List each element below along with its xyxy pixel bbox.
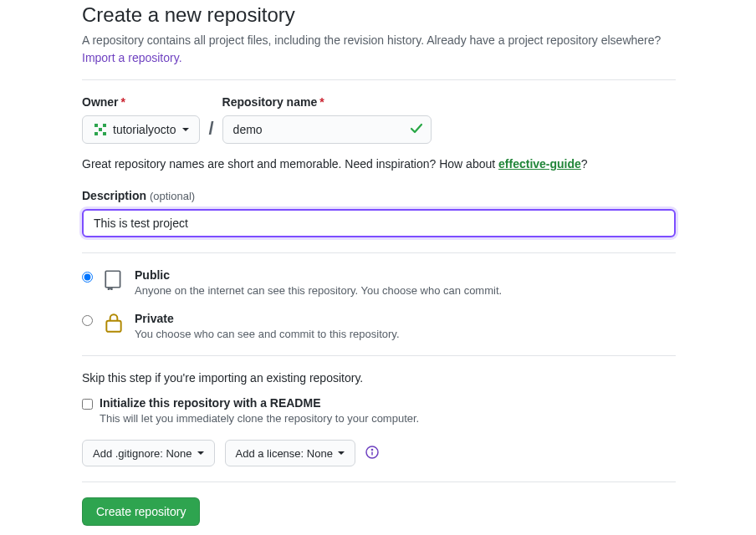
license-select-button[interactable]: Add a license: None [225,440,355,466]
readme-checkbox[interactable] [82,399,93,410]
repo-name-label: Repository name* [222,95,432,109]
caret-down-icon [197,451,204,455]
description-input[interactable] [82,209,676,237]
check-icon [410,122,423,138]
suggested-name-link[interactable]: effective-guide [498,157,581,171]
private-subtitle: You choose who can see and commit to thi… [135,328,400,340]
private-title: Private [135,312,400,325]
readme-subtitle: This will let you immediately clone the … [100,412,676,425]
owner-select-button[interactable]: tutorialyocto [82,115,200,144]
caret-down-icon [338,451,345,455]
skip-note: Skip this step if you're importing an ex… [82,371,676,385]
svg-rect-3 [94,132,98,135]
svg-rect-4 [103,132,106,135]
svg-rect-6 [106,321,120,332]
owner-label: Owner* [82,95,200,109]
page-title: Create a new repository [82,3,676,27]
owner-avatar-icon [93,122,108,137]
svg-rect-1 [103,124,106,127]
repo-name-input[interactable] [222,115,432,144]
name-hint-suffix: ? [581,157,588,171]
public-radio[interactable] [82,272,93,283]
path-separator: / [208,118,213,144]
svg-rect-0 [94,124,98,127]
divider [82,355,676,356]
divider [82,252,676,253]
import-repository-link[interactable]: Import a repository. [82,51,182,64]
description-label: Description (optional) [82,189,195,202]
private-radio[interactable] [82,315,93,326]
lock-icon [103,312,125,334]
public-subtitle: Anyone on the internet can see this repo… [135,284,502,297]
svg-point-8 [371,449,372,450]
page-subtitle: A repository contains all project files,… [82,33,661,47]
owner-name: tutorialyocto [113,123,176,136]
svg-rect-5 [105,271,120,288]
gitignore-select-button[interactable]: Add .gitignore: None [82,440,215,466]
divider [82,482,676,482]
svg-rect-2 [99,128,102,131]
caret-down-icon [182,128,189,131]
name-hint-text: Great repository names are short and mem… [82,157,498,171]
public-title: Public [135,268,502,282]
readme-label: Initialize this repository with a README [100,396,320,410]
create-repository-button[interactable]: Create repository [82,497,200,526]
divider [82,79,676,80]
repo-icon [103,268,125,290]
info-icon[interactable] [365,446,379,461]
